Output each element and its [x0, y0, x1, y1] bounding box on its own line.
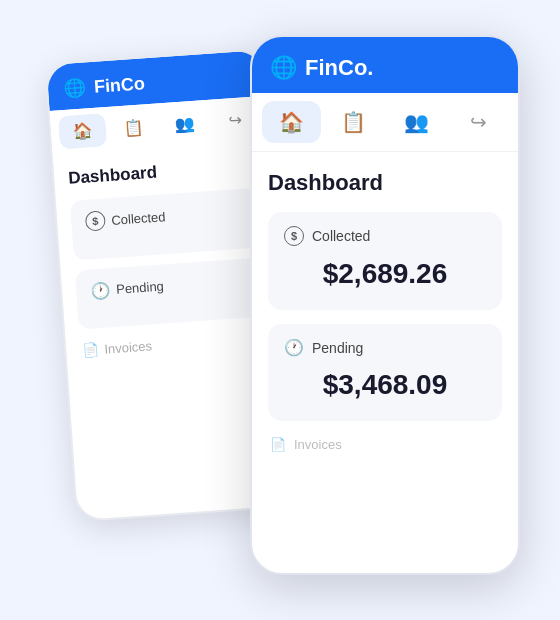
front-dollar-icon: $ — [284, 226, 304, 246]
back-dollar-icon: $ — [85, 210, 106, 231]
front-nav-bar: 🏠 📋 👥 ↪ — [252, 93, 518, 152]
front-nav-docs[interactable]: 📋 — [325, 101, 384, 143]
back-pending-label: 🕐 Pending — [90, 270, 251, 300]
front-content: Dashboard $ Collected $2,689.26 🕐 Pendin… — [252, 152, 518, 464]
front-invoice-icon: 📄 — [270, 437, 286, 452]
back-logo-text: FinCo — [93, 73, 145, 98]
front-clock-icon: 🕐 — [284, 338, 304, 357]
front-pending-value: $3,468.09 — [284, 369, 486, 401]
phone-foreground: 🌐 FinCo. 🏠 📋 👥 ↪ Dashboard $ Collected $… — [250, 35, 520, 575]
front-pending-label: 🕐 Pending — [284, 338, 486, 357]
front-pending-card: 🕐 Pending $3,468.09 — [268, 324, 502, 421]
back-invoice-icon: 📄 — [82, 342, 99, 358]
back-logo-icon: 🌐 — [63, 76, 86, 99]
front-collected-card: $ Collected $2,689.26 — [268, 212, 502, 310]
back-nav-home[interactable]: 🏠 — [58, 113, 107, 149]
front-collected-value: $2,689.26 — [284, 258, 486, 290]
back-content: Dashboard $ Collected 🕐 Pending 📄 Invoic… — [53, 141, 283, 370]
back-collected-label: $ Collected — [85, 201, 246, 232]
front-logo-text: FinCo. — [305, 55, 373, 81]
back-clock-icon: 🕐 — [90, 280, 111, 300]
back-collected-card: $ Collected — [70, 188, 262, 261]
back-invoices-label: 📄 Invoices — [80, 330, 269, 358]
back-page-title: Dashboard — [68, 156, 257, 189]
front-nav-logout[interactable]: ↪ — [450, 101, 509, 143]
front-page-title: Dashboard — [268, 170, 502, 196]
front-logo-icon: 🌐 — [270, 55, 297, 81]
front-nav-users[interactable]: 👥 — [387, 101, 446, 143]
front-collected-label: $ Collected — [284, 226, 486, 246]
back-nav-users[interactable]: 👥 — [160, 106, 209, 142]
front-nav-home[interactable]: 🏠 — [262, 101, 321, 143]
front-phone-header: 🌐 FinCo. — [252, 37, 518, 93]
front-invoices-label: 📄 Invoices — [268, 437, 502, 452]
back-pending-card: 🕐 Pending — [75, 257, 267, 329]
back-nav-docs[interactable]: 📋 — [109, 110, 158, 146]
scene: 🌐 FinCo 🏠 📋 👥 ↪ Dashboard $ Collected 🕐 … — [40, 25, 520, 595]
